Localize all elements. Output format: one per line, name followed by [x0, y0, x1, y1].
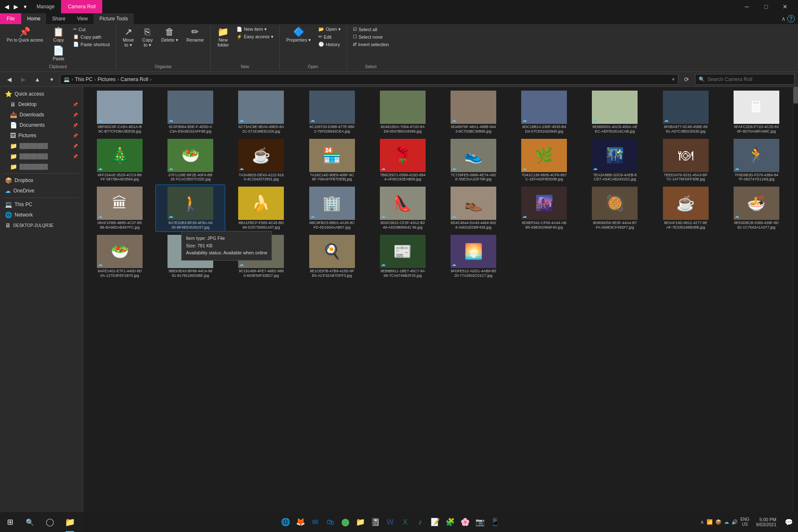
rename-button[interactable]: ✏ Rename [183, 26, 207, 44]
file-item[interactable]: 🏢☁ 8BC9FBC5-BB01-4A35-8CFD-5D1604AAB07.j… [297, 185, 367, 232]
select-none-button[interactable]: ☐ Select none [350, 33, 392, 40]
invert-selection-button[interactable]: ⇄ Invert selection [350, 41, 392, 48]
file-item[interactable]: 🦪 9BE63E43-BF88-44C4-9881-8178218932BE.j… [155, 233, 225, 280]
file-item[interactable]: 🌅☁ 9FDFE512-ADD1-4AB9-B520-77A2602C01C7.… [438, 233, 508, 280]
select-all-button[interactable]: ☑ Select all [350, 26, 392, 33]
path-pictures[interactable]: Pictures [98, 76, 116, 82]
close-button[interactable]: ✕ [776, 0, 795, 13]
sidebar-item-folder2[interactable]: 📁 ████████ 📌 [2, 151, 81, 161]
file-item[interactable]: 🖩 6FAFC2D9-F71D-4C25-830F-9D70A48FA08C.j… [722, 89, 791, 136]
move-to-button[interactable]: ↗ Moveto ▾ [119, 26, 137, 49]
sidebar-item-this-pc[interactable]: 💻 This PC [2, 200, 81, 209]
file-item[interactable]: 🌃☁ 7EA3A9BB-1DC6-4AEB-8CD7-A54CAB2431D1.… [580, 137, 650, 184]
file-item[interactable]: ☁ 6F0BA877-0C48-45BE-8981-A67C3BDCE630.j… [651, 89, 721, 136]
file-item[interactable]: ☁ 6D46976F-48A1-498B-9443-6C703BC30896.j… [438, 89, 508, 136]
file-item[interactable]: 📰☁ 9EB8B911-1BE7-45C7-9A68-7CA6746B2F25.… [368, 233, 438, 280]
history-button[interactable]: 🕐 History [316, 41, 343, 48]
properties-button[interactable]: 🔷 Properties ▾ [283, 26, 314, 44]
easy-access-button[interactable]: ⚡ Easy access ▾ [234, 33, 276, 40]
back-button[interactable]: ◀ [3, 74, 15, 85]
file-item[interactable]: ☁ 6C0F8664-B5E-F-4D50-AC9A-E8A8D32AFF88.… [155, 89, 225, 136]
sidebar-item-desktop-pc[interactable]: 🖥 DESKTOP-2ULQR3E [2, 220, 81, 230]
file-item[interactable]: ☕☁ 7A3A8625-DE43-4122-9164-4C1542072651.… [226, 137, 296, 184]
file-item[interactable]: ☁ 6C73AC9E-9EA0-49ED-8A2C-571E48E81326.j… [226, 89, 296, 136]
file-item[interactable]: 🍜☁ 8E53DBCB-5389-439F-8D82-1C7543A1A077.… [722, 185, 791, 232]
taskbar-cortana-button[interactable]: ◯ [40, 512, 60, 532]
file-item[interactable]: 🌆☁ 8D9EF541-CF00-4A44-ABB5-69B302966F40.… [509, 185, 579, 232]
tab-manage[interactable]: Manage [30, 0, 61, 13]
search-box[interactable]: 🔍 [695, 74, 795, 85]
scrollbar[interactable] [793, 87, 798, 532]
file-item[interactable]: ☁ 6BF6DC0F-CA5A-4D1A-B9C-B77CFDBA3EE58.j… [85, 89, 155, 136]
tab-file[interactable]: File [0, 13, 21, 24]
file-item[interactable]: 🏪 7A16C14D-90E9-408F-9C8F-706A97FB7DEBj.… [297, 137, 367, 184]
start-button[interactable]: ⊞ [0, 512, 20, 532]
file-item[interactable]: 🎄☁ 6FF154AE-3529-4CC9-B6FF-5873BA4D3564.… [85, 137, 155, 184]
tray-onedrive-icon[interactable]: ☁ [724, 519, 729, 525]
tab-view[interactable]: View [71, 13, 94, 24]
taskbar-phone-icon[interactable]: 📱 [488, 515, 502, 529]
file-item[interactable]: 🗿☁ 9C191489-4FE7-46B2-9880-663E50F32B27.… [226, 233, 296, 280]
tray-volume-icon[interactable]: 🔊 [732, 519, 738, 525]
file-item[interactable]: 🥗☁ 9AFE1401-E7F1-440D-8D0A-127D3FEF1B70.… [85, 233, 155, 280]
copy-to-button[interactable]: ⎘ Copyto ▾ [139, 26, 156, 49]
clock[interactable]: 5:00 PM 9/03/2021 [753, 517, 780, 527]
sidebar-item-folder1[interactable]: 📁 ████████ 📌 [2, 141, 81, 151]
new-item-button[interactable]: 📄 New item ▾ [234, 26, 276, 33]
new-folder-button[interactable]: 📁 Newfolder [214, 26, 232, 49]
file-item[interactable]: ☁ 6C109733-D388-477E-8802-75F528943CEA.j… [297, 89, 367, 136]
taskbar-file-explorer-button[interactable]: 📁 [60, 512, 80, 532]
tab-camera-roll[interactable]: Camera Roll [61, 0, 102, 13]
copy-path-button[interactable]: 📋 Copy path [71, 33, 112, 40]
taskbar-explorer2-icon[interactable]: 📁 [354, 515, 367, 529]
tab-share[interactable]: Share [46, 13, 71, 24]
forward-button[interactable]: ▶ [17, 74, 29, 85]
search-input[interactable] [707, 76, 791, 82]
file-item[interactable]: 👟☁ 7C729FE5-0968-4E74-A82E-55E31A1DF78F.… [438, 137, 508, 184]
taskbar-firefox-icon[interactable]: 🦊 [294, 515, 307, 529]
tab-home[interactable]: Home [21, 13, 46, 24]
recent-icon[interactable]: ▾ [22, 3, 28, 10]
tray-network-icon[interactable]: 📶 [707, 519, 713, 525]
dropdown-arrow-icon[interactable]: ▾ [672, 76, 675, 82]
taskbar-word-icon[interactable]: W [384, 515, 397, 529]
address-path[interactable]: 💻 › This PC › Pictures › Camera Roll › ▾ [60, 74, 678, 85]
file-item[interactable]: 6D4615DA-7054-471D-8AD9-0547B82A8396.jpg [368, 89, 438, 136]
delete-button[interactable]: 🗑 Delete ▾ [158, 26, 182, 44]
paste-shortcut-button[interactable]: 📄 Paste shortcut [71, 41, 112, 48]
sidebar-item-dropbox[interactable]: 📦 Dropbox [2, 175, 81, 185]
file-item[interactable]: 🌹☁ 7B6CE671-0599-415D-8844-AF6D192EAB09.… [368, 137, 438, 184]
sidebar-item-quick-access[interactable]: ⭐ Quick access [2, 89, 81, 99]
tab-picture-tools[interactable]: Picture Tools [94, 13, 133, 24]
taskbar-chrome-icon[interactable]: ⬤ [339, 515, 352, 529]
taskbar-mail-icon[interactable]: ✉ [309, 515, 322, 529]
file-item[interactable]: 🍌 8BA1FBCF-F565-4C45-BD68-D25735991A07.j… [226, 185, 296, 232]
taskbar-store-icon[interactable]: 🛍 [324, 515, 337, 529]
path-camera-roll[interactable]: Camera Roll [121, 76, 148, 82]
maximize-button[interactable]: □ [756, 0, 776, 13]
file-item[interactable]: 👠☁ 8D0C5822-CF2F-43A2-B249-ADD9B95642 96… [368, 185, 438, 232]
file-item[interactable]: 🌿☁ 7D41C139-9835-4CF6-857C-1EFA82F8DD0B.… [509, 137, 579, 184]
taskbar-spotify-icon[interactable]: ♪ [414, 515, 427, 529]
tray-dropbox-icon[interactable]: 📦 [715, 519, 722, 525]
taskbar-sticky-icon[interactable]: 📝 [429, 515, 442, 529]
pin-to-quick-access-button[interactable]: 📌 Pin to Quick access [3, 26, 47, 44]
minimize-button[interactable]: ─ [737, 0, 756, 13]
sidebar-item-folder3[interactable]: 📁 ████████ [2, 162, 81, 172]
file-item[interactable]: 🥘 8D806D59-9E3F-44A4-B7FA-599E9CF492F7.j… [580, 185, 650, 232]
sidebar-item-documents[interactable]: 📄 Documents 📌 [2, 120, 81, 130]
cut-button[interactable]: ✂ Cut [71, 26, 112, 33]
taskbar-onenote-icon[interactable]: 📓 [369, 515, 382, 529]
file-item[interactable]: ☁ 6E6B6D01-4AC6-405A-AEEC-AEF552614CAB.j… [580, 89, 650, 136]
file-item[interactable]: 🏛☁ 08AF1FBB-4B85-4C37-B59B-BA98DAB467FC.… [85, 185, 155, 232]
paste-button[interactable]: 📄 Paste [48, 44, 69, 63]
file-item[interactable]: 🍽 7EED2476-9231-45A3-BF7C-14776FDFF30B.j… [651, 137, 721, 184]
tray-language[interactable]: ENGUS [740, 517, 749, 527]
tray-up-icon[interactable]: ∧ [700, 519, 704, 525]
taskbar-excel-icon[interactable]: X [399, 515, 412, 529]
copy-button[interactable]: 📋 Copy [48, 26, 69, 44]
file-item[interactable]: ☁ 6DC19B1A-230F-4533-B4D4-57CE52420940.j… [509, 89, 579, 136]
taskbar-camera-icon[interactable]: 📷 [473, 515, 487, 529]
collapse-ribbon-button[interactable]: ∧ [781, 15, 786, 22]
sidebar-item-network[interactable]: 🌐 Network [2, 210, 81, 220]
